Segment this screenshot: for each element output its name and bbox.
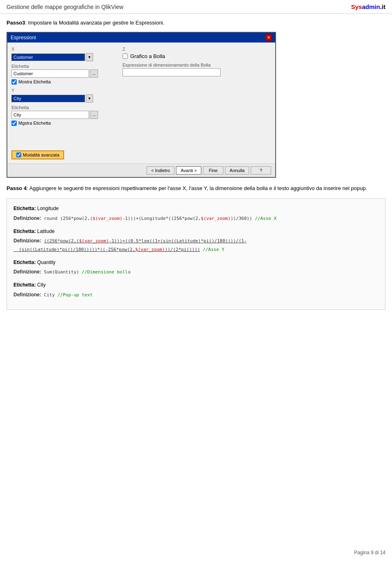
brand-sys: Sys	[351, 3, 362, 10]
y-section-label: Y	[11, 88, 118, 93]
code-block: Etichetta: Longitude Definizione: round …	[7, 198, 385, 309]
definizione3-label: Definizione:	[13, 269, 41, 275]
definizione1-label: Definizione:	[13, 215, 41, 221]
dialog-titlebar: Espressioni ✕	[7, 33, 275, 43]
definizione3-line: Definizione: Sum(Quantity) //Dimensione …	[13, 268, 379, 277]
definizione1-line: Definizione: round (256*pow(2,($(var_zoo…	[13, 214, 379, 223]
x-dropdown-arrow-icon[interactable]: ▼	[86, 53, 93, 61]
definizione2-code: ((256*pow(2,($(var_zoom)-1)))+((0.5*log(…	[13, 238, 247, 252]
help-button[interactable]: ?	[251, 166, 271, 175]
page-content: Passo3: Impostare la Modalità avanzata p…	[0, 19, 392, 310]
dialog-footer: < Indietro Avanti > Fine Annulla ?	[7, 163, 275, 177]
definizione2-line: Definizione: ((256*pow(2,($(var_zoom)-1)…	[13, 237, 379, 254]
definizione4-line: Definizione: City //Pop-up text	[13, 291, 379, 300]
x-etichetta-label: Etichetta	[11, 64, 118, 69]
x-mostra-row: Mostra Etichetta	[11, 79, 118, 85]
x-browse-button[interactable]: ...	[90, 69, 98, 78]
indietro-button[interactable]: < Indietro	[147, 166, 174, 175]
etichetta1-value: Longitude	[36, 206, 59, 211]
y-mostra-row: Mgstra Etichetta	[11, 121, 118, 126]
y-dropdown-row: City ▼	[11, 94, 118, 103]
etichetta2-line: Etichetta: Latitude	[13, 227, 379, 236]
y-etichetta-input[interactable]	[11, 111, 89, 119]
y-mostra-label: Mgstra Etichetta	[18, 121, 51, 125]
x-dropdown-row: Customer ▼	[11, 53, 118, 61]
dialog-body: X Customer ▼ Etichetta ... Mostra Etiche…	[7, 43, 275, 163]
brand-admin: admin	[362, 3, 380, 10]
dialog-left-panel: X Customer ▼ Etichetta ... Mostra Etiche…	[11, 47, 118, 159]
x-section-label: X	[11, 47, 118, 51]
step4-rest: : Aggiungere le seguenti tre espressioni…	[27, 185, 367, 191]
z-section-label: Z	[122, 47, 271, 51]
z-grafico-row: Grafico a Bolla	[122, 53, 271, 59]
etichetta3-label: Etichetta:	[13, 260, 36, 265]
step3-rest: : Impostare la Modalità avanzata per ges…	[25, 20, 165, 26]
definizione4-code: City //Pop-up text	[41, 292, 93, 298]
y-dropdown-arrow-icon[interactable]: ▼	[86, 94, 93, 103]
step3-heading: Passo3: Impostare la Modalità avanzata p…	[7, 19, 385, 27]
page-title: Gestione delle mappe geografiche in Qlik…	[7, 4, 123, 10]
y-etichetta-row: ...	[11, 111, 118, 119]
dialog-right-panel: Z Grafico a Bolla Espressione di dimensi…	[122, 47, 271, 159]
dialog-title: Espressioni	[11, 35, 36, 40]
definizione2-label: Definizione:	[13, 238, 41, 244]
avanzata-label: Modalità avanzata	[23, 152, 59, 157]
z-grafico-label: Grafico a Bolla	[130, 53, 165, 59]
step4-heading: Passo 4: Aggiungere le seguenti tre espr…	[7, 184, 385, 193]
definizione4-label: Definizione:	[13, 292, 41, 298]
y-etichetta-label: Etichetta	[11, 105, 118, 110]
x-mostra-checkbox[interactable]	[11, 79, 17, 85]
y-browse-button[interactable]: ...	[90, 111, 98, 119]
definizione1-code: round (256*pow(2,($(var_zoom)-1)))+(Long…	[41, 216, 276, 221]
etichetta2-label: Etichetta:	[13, 228, 36, 234]
fine-button[interactable]: Fine	[203, 166, 223, 175]
y-mostra-checkbox[interactable]	[11, 121, 17, 126]
annulla-button[interactable]: Annulla	[225, 166, 249, 175]
avanzata-button[interactable]: Modalità avanzata	[11, 150, 64, 159]
expressions-dialog: Espressioni ✕ X Customer ▼ Etichetta ...	[7, 32, 276, 178]
z-espressione-input[interactable]	[122, 68, 220, 76]
x-etichetta-row: ...	[11, 69, 118, 78]
etichetta1-line: Etichetta: Longitude	[13, 204, 379, 213]
z-espressione-label: Espressione di dimensionamento della Bol…	[122, 63, 271, 67]
z-grafico-checkbox[interactable]	[122, 54, 128, 59]
avanti-button[interactable]: Avanti >	[176, 166, 201, 175]
brand-domain: .it	[380, 3, 385, 10]
dialog-close-button[interactable]: ✕	[265, 34, 272, 41]
x-mostra-label: Mostra Etichetta	[18, 79, 51, 84]
etichetta3-line: Etichetta: Quantity	[13, 258, 379, 267]
etichetta4-value: City	[36, 282, 46, 288]
etichetta1-label: Etichetta:	[13, 206, 36, 211]
page-footer: Pagina 9 di 14	[354, 550, 385, 555]
x-dropdown[interactable]: Customer	[11, 54, 85, 61]
etichetta4-line: Etichetta: City	[13, 281, 379, 290]
etichetta4-label: Etichetta:	[13, 282, 36, 288]
avanzata-checkbox[interactable]	[16, 152, 21, 157]
brand: Sysadmin.it	[351, 3, 385, 10]
page-header: Gestione delle mappe geografiche in Qlik…	[0, 0, 392, 14]
step4-bold: Passo 4	[7, 185, 27, 191]
page-number: Pagina 9 di 14	[354, 550, 385, 555]
definizione3-code: Sum(Quantity) //Dimensione bolla	[41, 269, 131, 275]
etichetta3-value: Quantity	[36, 260, 56, 265]
step3-bold: Passo3	[7, 20, 25, 26]
y-dropdown[interactable]: City	[11, 95, 85, 102]
etichetta2-value: Latitude	[36, 228, 55, 234]
x-etichetta-input[interactable]	[11, 69, 89, 78]
